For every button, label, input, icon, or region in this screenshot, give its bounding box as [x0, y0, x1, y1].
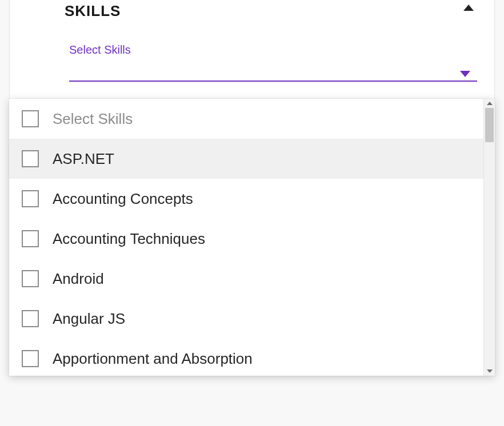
checkbox-icon[interactable] [22, 270, 39, 287]
dropdown-option[interactable]: Angular JS [9, 299, 483, 339]
checkbox-icon[interactable] [22, 310, 39, 327]
dropdown-option[interactable]: Android [9, 259, 483, 299]
skills-select[interactable]: Select Skills [69, 43, 477, 82]
option-label: ASP.NET [53, 150, 114, 168]
dropdown-options: Select SkillsASP.NETAccounting ConceptsA… [9, 99, 483, 376]
dropdown-option[interactable]: Apportionment and Absorption [9, 339, 483, 376]
scrollbar[interactable] [483, 99, 495, 376]
option-label: Select Skills [53, 110, 133, 128]
checkbox-icon[interactable] [22, 190, 39, 207]
checkbox-icon[interactable] [22, 110, 39, 127]
dropdown-option[interactable]: Accounting Techniques [9, 219, 483, 259]
option-label: Angular JS [53, 310, 125, 328]
checkbox-icon[interactable] [22, 150, 39, 167]
collapse-up-icon[interactable] [463, 5, 474, 11]
option-label: Accounting Concepts [53, 190, 193, 208]
scroll-thumb[interactable] [485, 108, 494, 142]
dropdown-option[interactable]: Select Skills [9, 99, 483, 139]
skills-dropdown: Select SkillsASP.NETAccounting ConceptsA… [9, 99, 495, 376]
option-label: Apportionment and Absorption [53, 350, 253, 368]
scroll-track[interactable] [484, 108, 495, 367]
checkbox-icon[interactable] [22, 230, 39, 247]
section-title: SKILLS [65, 0, 494, 20]
card-header: SKILLS [10, 0, 494, 20]
select-underline [69, 81, 477, 82]
scroll-down-icon[interactable] [487, 369, 493, 373]
option-label: Accounting Techniques [53, 230, 205, 248]
scroll-up-icon[interactable] [487, 102, 493, 105]
chevron-down-icon [460, 71, 470, 77]
dropdown-option[interactable]: Accounting Concepts [9, 179, 483, 219]
select-label: Select Skills [69, 43, 477, 57]
option-label: Android [53, 270, 104, 288]
dropdown-option[interactable]: ASP.NET [9, 139, 483, 179]
checkbox-icon[interactable] [22, 350, 39, 367]
